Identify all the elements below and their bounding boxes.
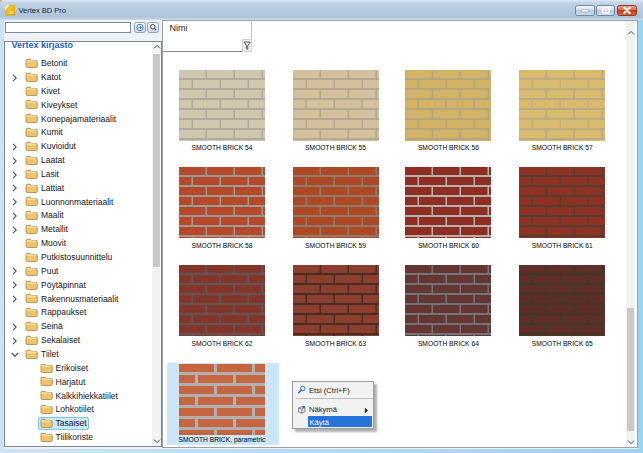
svg-text:BD: BD xyxy=(9,11,14,15)
